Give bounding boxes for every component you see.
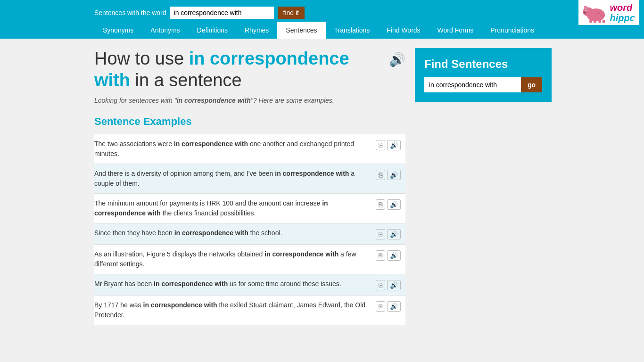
sentence-text-5: As an illustration, Figure 5 displays th… (94, 249, 372, 269)
sent4-before: Since then they have been (94, 229, 174, 237)
speaker-button-3[interactable]: 🔊 (387, 199, 401, 210)
copy-button-2[interactable]: ⎘ (376, 170, 385, 180)
svg-point-13 (597, 12, 599, 14)
speaker-icon[interactable]: 🔊 (389, 52, 405, 68)
header-search-input[interactable] (170, 7, 274, 19)
tab-translations[interactable]: Translations (326, 22, 379, 39)
copy-button-6[interactable]: ⎘ (376, 280, 385, 290)
svg-point-8 (585, 12, 585, 13)
subtitle-highlight: in correspondence with (177, 97, 251, 104)
speaker-button-7[interactable]: 🔊 (387, 301, 401, 312)
sentence-row: As an illustration, Figure 5 displays th… (94, 245, 405, 274)
sentence-3-actions: ⎘ 🔊 (376, 198, 401, 210)
examples-heading: Sentence Examples (94, 115, 405, 128)
sentence-5-actions: ⎘ 🔊 (376, 249, 401, 261)
tab-word-forms[interactable]: Word Forms (429, 22, 482, 39)
sent6-highlight: in correspondence with (154, 280, 228, 288)
copy-button-5[interactable]: ⎘ (376, 250, 385, 261)
sentence-2-actions: ⎘ 🔊 (376, 169, 401, 180)
find-sentences-input[interactable] (424, 77, 521, 92)
page-title-block: How to use in correspondence with in a s… (94, 48, 405, 91)
copy-button-1[interactable]: ⎘ (376, 140, 385, 150)
title-prefix: How to use (94, 49, 184, 68)
sentence-7-actions: ⎘ 🔊 (376, 300, 401, 312)
svg-point-14 (600, 15, 602, 16)
logo-hippo: hippo (610, 13, 636, 23)
sentence-text-4: Since then they have been in corresponde… (94, 228, 372, 238)
speaker-button-6[interactable]: 🔊 (387, 280, 401, 290)
tab-find-words[interactable]: Find Words (378, 22, 429, 39)
sent5-highlight: in correspondence with (264, 250, 339, 258)
sentence-row: The minimum amount for payments is HRK 1… (94, 194, 405, 223)
find-sentences-box: Find Sentences go (415, 48, 552, 102)
tab-antonyms[interactable]: Antonyms (142, 22, 188, 39)
sentence-text-7: By 1717 he was in correspondence with th… (94, 300, 372, 320)
speaker-button-1[interactable]: 🔊 (387, 140, 401, 150)
svg-rect-10 (594, 20, 596, 23)
copy-button-3[interactable]: ⎘ (376, 199, 385, 210)
sentence-row: The two associations were in corresponde… (94, 134, 405, 164)
svg-point-3 (584, 7, 586, 9)
sent4-highlight: in correspondence with (174, 229, 248, 237)
svg-rect-9 (589, 20, 592, 23)
sentence-row: Since then they have been in corresponde… (94, 223, 405, 245)
sentence-6-actions: ⎘ 🔊 (376, 279, 401, 290)
sent3-after: the clients financial possibilities. (161, 209, 256, 217)
sent2-before: And there is a diversity of opinion amon… (94, 170, 275, 177)
sent1-highlight: in correspondence with (174, 140, 248, 148)
svg-point-6 (583, 12, 586, 14)
logo: word hippo (578, 0, 639, 25)
sent7-before: By 1717 he was (94, 301, 143, 309)
find-sentences-title: Find Sentences (424, 58, 542, 71)
tab-rhymes[interactable]: Rhymes (236, 22, 277, 39)
go-button[interactable]: go (521, 77, 542, 92)
svg-rect-11 (598, 20, 601, 23)
nav-tabs: Synonyms Antonyms Definitions Rhymes Sen… (0, 22, 644, 39)
sentence-text-3: The minimum amount for payments is HRK 1… (94, 198, 372, 218)
tab-synonyms[interactable]: Synonyms (94, 22, 142, 39)
sentence-1-actions: ⎘ 🔊 (376, 139, 401, 150)
svg-rect-12 (602, 20, 605, 23)
sent3-before: The minimum amount for payments is HRK 1… (94, 199, 322, 207)
sentence-list: The two associations were in corresponde… (94, 134, 405, 325)
speaker-button-5[interactable]: 🔊 (387, 250, 401, 261)
sentence-text-6: Mr Bryant has been in correspondence wit… (94, 279, 372, 289)
header-search-bar: Sentences with the word find it (0, 4, 644, 22)
sentence-row: Mr Bryant has been in correspondence wit… (94, 274, 405, 296)
content-area: How to use in correspondence with in a s… (94, 48, 405, 325)
sentence-row: And there is a diversity of opinion amon… (94, 164, 405, 194)
tab-sentences[interactable]: Sentences (277, 22, 325, 39)
copy-button-7[interactable]: ⎘ (376, 301, 385, 312)
asterisk-button[interactable]: ✱ (632, 14, 639, 25)
sent6-after: us for some time around these issues. (228, 280, 341, 288)
speaker-button-2[interactable]: 🔊 (387, 170, 401, 180)
page-title-text: How to use in correspondence with in a s… (94, 48, 389, 91)
sidebar: Find Sentences go (415, 48, 552, 325)
hippo-icon (582, 2, 608, 23)
copy-button-4[interactable]: ⎘ (376, 229, 385, 239)
sentence-row: By 1717 he was in correspondence with th… (94, 296, 405, 325)
logo-word: word (610, 2, 636, 13)
sent6-before: Mr Bryant has been (94, 280, 154, 288)
main-content: How to use in correspondence with in a s… (0, 39, 644, 335)
header: Sentences with the word find it (0, 0, 644, 39)
find-sentences-form: go (424, 77, 542, 92)
find-it-button[interactable]: find it (278, 7, 305, 19)
sentence-text-1: The two associations were in corresponde… (94, 139, 372, 159)
svg-point-5 (586, 9, 586, 10)
speaker-button-4[interactable]: 🔊 (387, 229, 401, 239)
svg-point-7 (584, 12, 584, 13)
sent5-before: As an illustration, Figure 5 displays th… (94, 250, 264, 258)
header-label: Sentences with the word (94, 9, 166, 16)
subtitle: Looking for sentences with "in correspon… (94, 97, 405, 104)
tab-pronunciations[interactable]: Pronunciations (482, 22, 543, 39)
sent1-before: The two associations were (94, 140, 174, 148)
sent2-highlight: in correspondence with (275, 170, 349, 177)
title-suffix: in a sentence (135, 70, 242, 90)
tab-definitions[interactable]: Definitions (189, 22, 236, 39)
logo-text: word hippo (610, 2, 636, 23)
sentence-4-actions: ⎘ 🔊 (376, 228, 401, 239)
sent7-highlight: in correspondence with (143, 301, 217, 309)
sent4-after: the school. (248, 229, 282, 237)
sentence-text-2: And there is a diversity of opinion amon… (94, 169, 372, 189)
